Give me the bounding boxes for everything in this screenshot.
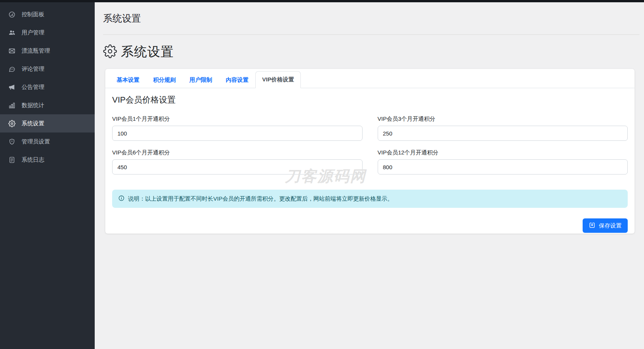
field-vip-1-month: VIP会员1个月开通积分 (112, 115, 363, 141)
sidebar-item-label: 系统日志 (22, 156, 44, 164)
field-vip-6-month: VIP会员6个月开通积分 (112, 149, 363, 174)
field-label: VIP会员6个月开通积分 (112, 149, 363, 156)
field-label: VIP会员3个月开通积分 (378, 115, 628, 123)
tab-vip-price-settings[interactable]: VIP价格设置 (255, 71, 301, 88)
mail-icon (8, 47, 16, 55)
sidebar-item-label: 管理员设置 (22, 138, 50, 145)
page-header: 系统设置 (103, 2, 639, 35)
sidebar-item-bottles[interactable]: 漂流瓶管理 (0, 42, 95, 60)
vip-1-month-input[interactable] (112, 126, 363, 141)
settings-tabs: 基本设置 积分规则 用户限制 内容设置 VIP价格设置 (105, 69, 635, 88)
bar-chart-icon (8, 101, 16, 109)
users-icon (8, 29, 16, 36)
sidebar-item-system-logs[interactable]: 系统日志 (0, 151, 95, 169)
sidebar-item-label: 评论管理 (22, 65, 44, 73)
sidebar-item-label: 系统设置 (22, 120, 44, 127)
sidebar: 控制面板 用户管理 漂流瓶管理 评论管理 公告管理 数据统计 系 (0, 0, 95, 349)
vip-price-form: VIP会员1个月开通积分 VIP会员3个月开通积分 VIP会员6个月开通积分 V… (112, 115, 628, 174)
settings-card: 基本设置 积分规则 用户限制 内容设置 VIP价格设置 VIP会员价格设置 VI… (105, 69, 635, 234)
sidebar-item-admin-settings[interactable]: 管理员设置 (0, 132, 95, 151)
info-note: 说明：以上设置用于配置不同时长VIP会员的开通所需积分。更改配置后，网站前端将立… (112, 190, 628, 208)
gear-icon (103, 44, 117, 60)
vip-3-month-input[interactable] (378, 126, 628, 141)
sidebar-item-label: 漂流瓶管理 (22, 47, 50, 55)
info-note-text: 说明：以上设置用于配置不同时长VIP会员的开通所需积分。更改配置后，网站前端将立… (128, 195, 393, 203)
card-title-row: 系统设置 (103, 43, 644, 61)
sidebar-item-statistics[interactable]: 数据统计 (0, 96, 95, 114)
field-label: VIP会员12个月开通积分 (378, 149, 628, 156)
save-icon (589, 222, 596, 230)
main-content: 系统设置 系统设置 基本设置 积分规则 用户限制 内容设置 VIP价格设置 VI… (95, 2, 644, 349)
log-icon (8, 156, 16, 164)
info-icon (118, 195, 125, 203)
page-title: 系统设置 (103, 12, 141, 25)
card-title: 系统设置 (121, 43, 174, 61)
gear-icon (8, 120, 16, 127)
sidebar-item-dashboard[interactable]: 控制面板 (0, 5, 95, 23)
shield-icon (8, 138, 16, 145)
vip-6-month-input[interactable] (112, 159, 363, 174)
sidebar-item-system-settings[interactable]: 系统设置 (0, 114, 95, 132)
field-vip-3-month: VIP会员3个月开通积分 (378, 115, 628, 141)
field-label: VIP会员1个月开通积分 (112, 115, 363, 123)
save-settings-button[interactable]: 保存设置 (583, 218, 628, 233)
sidebar-item-label: 控制面板 (22, 11, 44, 18)
tab-panel-vip-prices: VIP会员价格设置 VIP会员1个月开通积分 VIP会员3个月开通积分 VIP会… (105, 88, 635, 239)
sidebar-item-label: 用户管理 (22, 29, 44, 36)
tab-points-rules[interactable]: 积分规则 (146, 71, 183, 88)
field-vip-12-month: VIP会员12个月开通积分 (378, 149, 628, 174)
megaphone-icon (8, 83, 16, 91)
dashboard-icon (8, 11, 16, 18)
sidebar-item-label: 数据统计 (22, 102, 44, 109)
tab-basic-settings[interactable]: 基本设置 (110, 71, 146, 88)
top-dark-strip (0, 0, 644, 2)
actions-row: 保存设置 (112, 218, 628, 233)
comment-icon (8, 65, 16, 73)
sidebar-item-announcements[interactable]: 公告管理 (0, 78, 95, 96)
sidebar-item-users[interactable]: 用户管理 (0, 23, 95, 42)
sidebar-item-comments[interactable]: 评论管理 (0, 60, 95, 78)
sidebar-item-label: 公告管理 (22, 84, 44, 91)
tab-content-settings[interactable]: 内容设置 (219, 71, 255, 88)
vip-12-month-input[interactable] (378, 159, 628, 174)
section-title: VIP会员价格设置 (112, 94, 628, 106)
save-button-label: 保存设置 (599, 222, 622, 229)
tab-user-limits[interactable]: 用户限制 (183, 71, 219, 88)
